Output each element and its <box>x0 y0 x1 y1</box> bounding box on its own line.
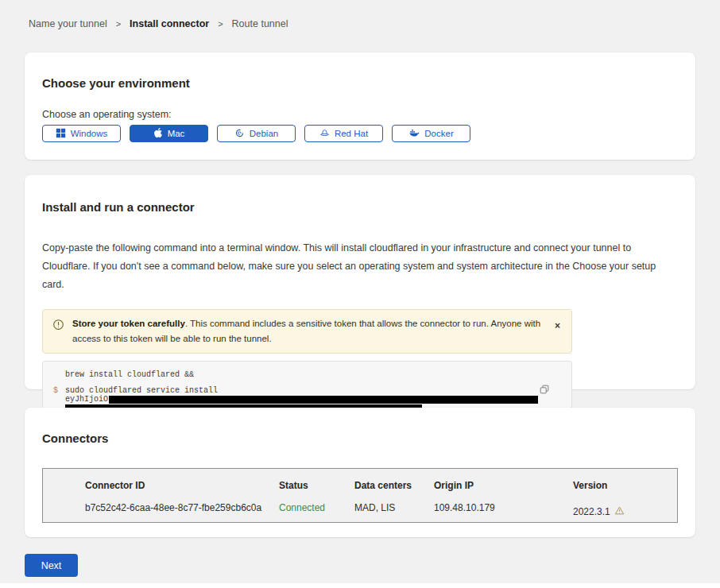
bottom-edge-strip <box>0 583 720 588</box>
warning-triangle-icon <box>614 505 625 518</box>
os-button-label: Red Hat <box>335 129 368 138</box>
code-prompt: $ <box>53 386 58 395</box>
os-button-label: Mac <box>168 129 185 138</box>
breadcrumb-step-install-connector: Install connector <box>130 18 209 29</box>
apple-icon <box>153 128 163 139</box>
breadcrumb-step-name-your-tunnel[interactable]: Name your tunnel <box>29 18 107 29</box>
os-button-mac[interactable]: Mac <box>130 125 208 142</box>
column-header-data-centers: Data centers <box>354 480 434 499</box>
docker-icon <box>408 128 420 140</box>
breadcrumb-separator: > <box>218 19 223 29</box>
connector-status-value: Connected <box>279 502 354 523</box>
connectors-card: Connectors Connector ID Status Data cent… <box>25 408 695 537</box>
copy-command-button[interactable] <box>537 382 552 399</box>
os-button-debian[interactable]: Debian <box>217 125 296 142</box>
info-icon <box>52 319 64 334</box>
token-warning-alert: Store your token carefully. This command… <box>42 309 572 354</box>
alert-close-button[interactable]: × <box>552 316 563 334</box>
connector-data-centers-value: MAD, LIS <box>354 502 434 523</box>
install-description: Copy-paste the following command into a … <box>42 239 675 294</box>
version-number: 2022.3.1 <box>573 506 610 517</box>
breadcrumb-separator: > <box>116 19 121 29</box>
breadcrumb-step-route-tunnel: Route tunnel <box>232 18 288 29</box>
environment-card-title: Choose your environment <box>42 76 678 90</box>
install-connector-card: Install and run a connector Copy-paste t… <box>25 175 695 389</box>
token-prefix: eyJhIjoiO <box>65 395 108 404</box>
copy-icon <box>539 385 550 397</box>
connectors-table: Connector ID Status Data centers Origin … <box>42 468 678 523</box>
connector-version-value: 2022.3.1 <box>573 502 661 523</box>
os-button-group: Windows Mac Debian Red Hat Docker <box>42 125 678 142</box>
windows-icon <box>56 128 66 140</box>
column-header-connector-id: Connector ID <box>85 480 279 499</box>
column-header-version: Version <box>573 480 661 499</box>
os-button-label: Debian <box>250 129 278 138</box>
connector-id-value: b7c52c42-6caa-48ee-8c77-fbe259cb6c0a <box>85 502 279 523</box>
breadcrumb: Name your tunnel > Install connector > R… <box>29 18 288 29</box>
os-button-redhat[interactable]: Red Hat <box>304 125 383 142</box>
environment-card: Choose your environment Choose an operat… <box>25 52 695 160</box>
code-line-token: eyJhIjoiO <box>65 395 538 404</box>
next-button[interactable]: Next <box>25 554 78 577</box>
code-line-brew: brew install cloudflared && <box>65 370 194 379</box>
redacted-token-bar <box>109 396 538 404</box>
connectors-card-title: Connectors <box>42 431 678 445</box>
alert-text: Store your token carefully. This command… <box>72 316 544 346</box>
os-select-label: Choose an operating system: <box>42 109 678 120</box>
debian-icon <box>234 128 245 140</box>
column-header-status: Status <box>279 480 354 499</box>
os-button-docker[interactable]: Docker <box>392 125 470 142</box>
connector-origin-ip-value: 109.48.10.179 <box>434 502 573 523</box>
os-button-label: Docker <box>424 129 453 138</box>
alert-text-bold: Store your token carefully <box>72 319 185 328</box>
install-card-title: Install and run a connector <box>42 200 678 214</box>
os-button-windows[interactable]: Windows <box>42 125 121 142</box>
os-button-label: Windows <box>71 129 108 138</box>
redhat-icon <box>319 128 330 140</box>
column-header-origin-ip: Origin IP <box>434 480 573 499</box>
code-line-sudo: sudo cloudflared service install <box>65 386 218 395</box>
